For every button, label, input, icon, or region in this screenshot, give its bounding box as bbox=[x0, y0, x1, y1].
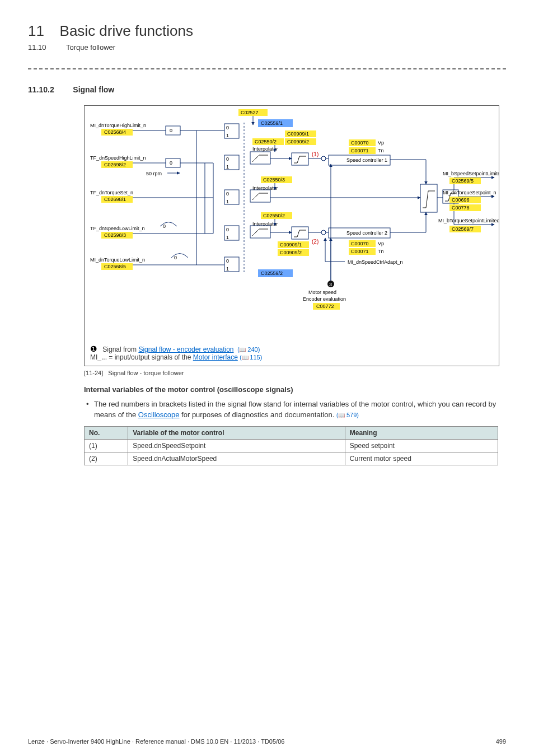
svg-text:C00909/2: C00909/2 bbox=[280, 250, 302, 255]
chapter-title: Basic drive functions bbox=[60, 22, 193, 39]
cell: Speed setpoint bbox=[345, 439, 498, 452]
svg-text:Vp: Vp bbox=[378, 241, 384, 246]
figure-id: [11-24] bbox=[84, 370, 103, 376]
th-var: Variable of the motor control bbox=[128, 426, 345, 439]
variables-table: No. Variable of the motor control Meanin… bbox=[84, 426, 498, 465]
svg-text:TF_dnTorqueSet_n: TF_dnTorqueSet_n bbox=[90, 190, 133, 195]
chapter-header: 11 Basic drive functions bbox=[28, 22, 506, 40]
svg-text:C02569/5: C02569/5 bbox=[452, 178, 474, 184]
cell: Speed.dnActualMotorSpeed bbox=[128, 452, 345, 465]
svg-text:MI_bTorqueSetpointLimited: MI_bTorqueSetpointLimited bbox=[438, 218, 499, 223]
note1-prefix: Signal from bbox=[102, 346, 138, 353]
svg-text:C02569/7: C02569/7 bbox=[452, 226, 474, 232]
th-no: No. bbox=[85, 426, 128, 439]
svg-text:0: 0 bbox=[174, 255, 177, 260]
svg-text:0: 0 bbox=[170, 128, 172, 133]
svg-point-73 bbox=[321, 156, 326, 161]
svg-text:(2): (2) bbox=[312, 239, 318, 245]
svg-text:0: 0 bbox=[226, 227, 229, 232]
figure-caption: [11-24] Signal flow - torque follower bbox=[84, 370, 506, 376]
svg-text:TF_dnSpeedHighLimit_n: TF_dnSpeedHighLimit_n bbox=[90, 155, 146, 161]
svg-text:Tn: Tn bbox=[378, 148, 384, 153]
svg-text:C00696: C00696 bbox=[452, 197, 470, 203]
diagram-notes: Signal from Signal flow - encoder evalua… bbox=[85, 341, 499, 361]
section-title: Signal flow bbox=[73, 85, 114, 94]
svg-text:C02698/2: C02698/2 bbox=[104, 162, 126, 167]
svg-text:C02550/2: C02550/2 bbox=[263, 213, 285, 218]
svg-text:Interpolator: Interpolator bbox=[252, 146, 278, 152]
svg-point-76 bbox=[321, 230, 326, 235]
svg-text:MI_dnTorqueHighLimit_n: MI_dnTorqueHighLimit_n bbox=[90, 123, 146, 128]
svg-text:1: 1 bbox=[226, 266, 229, 272]
svg-text:1: 1 bbox=[226, 199, 229, 204]
svg-text:Speed controller 1: Speed controller 1 bbox=[346, 157, 387, 163]
note1-link[interactable]: Signal flow - encoder evaluation bbox=[138, 346, 233, 353]
svg-rect-63 bbox=[292, 153, 308, 165]
svg-text:C02568/5: C02568/5 bbox=[104, 264, 126, 269]
divider bbox=[28, 68, 506, 69]
section-header: 11.10.2 Signal flow bbox=[28, 85, 506, 94]
svg-text:3: 3 bbox=[329, 282, 332, 287]
table-row: (2) Speed.dnActualMotorSpeed Current mot… bbox=[85, 452, 498, 465]
svg-rect-52 bbox=[250, 190, 270, 202]
svg-text:C02550/2: C02550/2 bbox=[255, 139, 277, 144]
cell: Current motor speed bbox=[345, 452, 498, 465]
svg-text:0: 0 bbox=[226, 125, 229, 130]
chapter-number: 11 bbox=[28, 22, 44, 39]
svg-text:C02527: C02527 bbox=[241, 110, 259, 115]
svg-rect-74 bbox=[292, 227, 308, 239]
svg-text:C02568/4: C02568/4 bbox=[104, 129, 126, 135]
th-mean: Meaning bbox=[345, 426, 498, 439]
body-ref[interactable]: 579 bbox=[336, 412, 359, 418]
svg-text:1: 1 bbox=[226, 235, 229, 240]
svg-text:Vp: Vp bbox=[378, 140, 384, 146]
sub-title: Torque follower bbox=[66, 43, 115, 52]
oscilloscope-link[interactable]: Oscilloscope bbox=[138, 410, 180, 419]
svg-rect-56 bbox=[250, 226, 270, 238]
svg-text:MI_dnTorqueSetpoint_n: MI_dnTorqueSetpoint_n bbox=[443, 190, 496, 195]
body-paragraph: The red numbers in brackets listed in th… bbox=[94, 399, 506, 421]
svg-text:MI_dnTorqueLowLimit_n: MI_dnTorqueLowLimit_n bbox=[90, 257, 145, 263]
svg-text:C02698/1: C02698/1 bbox=[104, 197, 126, 202]
cell: Speed.dnSpeedSetpoint bbox=[128, 439, 345, 452]
note2-prefix: MI_... = input/output signals of the bbox=[90, 353, 193, 361]
section-number: 11.10.2 bbox=[28, 85, 54, 94]
svg-rect-12 bbox=[166, 158, 180, 167]
figure-text: Signal flow - torque follower bbox=[108, 370, 184, 376]
svg-text:MI_bSpeedSetpointLimited: MI_bSpeedSetpointLimited bbox=[443, 171, 499, 176]
svg-text:C00070: C00070 bbox=[351, 241, 369, 246]
svg-text:0: 0 bbox=[226, 156, 229, 162]
note2-ref[interactable]: 115 bbox=[240, 354, 262, 361]
svg-text:MI_dnSpeedCtrlAdapt_n: MI_dnSpeedCtrlAdapt_n bbox=[348, 259, 403, 265]
body-text-b: for purposes of diagnostics and document… bbox=[179, 410, 336, 419]
svg-rect-48 bbox=[250, 152, 270, 164]
svg-text:C00772: C00772 bbox=[316, 304, 334, 309]
svg-text:C02559/1: C02559/1 bbox=[261, 120, 283, 126]
svg-text:TF_dnSpeedLowLimit_n: TF_dnSpeedLowLimit_n bbox=[90, 226, 145, 231]
cell: (1) bbox=[85, 439, 128, 452]
sub-number: 11.10 bbox=[28, 43, 46, 52]
svg-text:C00070: C00070 bbox=[351, 140, 369, 146]
svg-text:C00071: C00071 bbox=[351, 148, 369, 153]
svg-text:Speed controller 2: Speed controller 2 bbox=[346, 230, 387, 236]
svg-text:1: 1 bbox=[226, 164, 229, 170]
svg-text:C02550/3: C02550/3 bbox=[263, 177, 285, 183]
svg-rect-7 bbox=[166, 126, 180, 135]
svg-text:Tn: Tn bbox=[378, 249, 384, 254]
svg-text:Encoder evaluation: Encoder evaluation bbox=[303, 296, 346, 302]
svg-text:C00071: C00071 bbox=[351, 249, 369, 254]
svg-text:0: 0 bbox=[163, 223, 166, 229]
svg-text:C02598/3: C02598/3 bbox=[104, 232, 126, 238]
svg-text:0: 0 bbox=[226, 258, 229, 264]
svg-text:0: 0 bbox=[226, 191, 229, 197]
svg-text:C02559/2: C02559/2 bbox=[261, 270, 283, 276]
signal-flow-diagram: C02527 C02559/1 MI_dnTorqueHighLimit_n C… bbox=[84, 105, 499, 366]
signal-flow-svg: C02527 C02559/1 MI_dnTorqueHighLimit_n C… bbox=[85, 106, 499, 341]
note2-link[interactable]: Motor interface bbox=[193, 353, 238, 361]
cell: (2) bbox=[85, 452, 128, 465]
note1-ref[interactable]: 240 bbox=[237, 346, 260, 353]
svg-text:Motor speed: Motor speed bbox=[308, 290, 336, 295]
svg-text:C00909/2: C00909/2 bbox=[287, 139, 309, 144]
svg-text:0: 0 bbox=[170, 160, 172, 166]
subhead-internal-vars: Internal variables of the motor control … bbox=[84, 385, 506, 394]
